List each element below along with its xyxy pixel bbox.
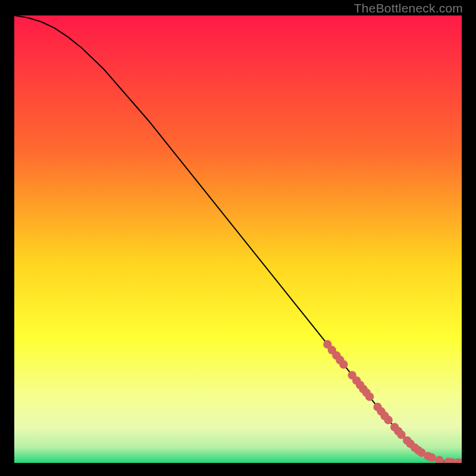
data-marker (339, 360, 347, 368)
data-marker (427, 453, 436, 462)
gradient-bg (14, 15, 462, 463)
chart-svg (14, 15, 462, 463)
chart-frame: TheBottleneck.com (0, 0, 476, 476)
watermark-text: TheBottleneck.com (354, 1, 463, 15)
data-marker (384, 416, 392, 424)
plot-area (14, 15, 462, 463)
data-marker (365, 393, 374, 401)
